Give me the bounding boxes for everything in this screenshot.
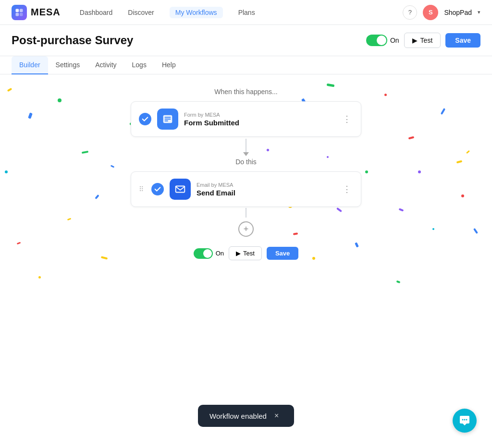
nav-plans[interactable]: Plans (238, 7, 255, 18)
play-icon: ▶ (412, 36, 418, 44)
toast-notification: Workflow enabled × (198, 405, 294, 411)
inline-toggle[interactable]: On (194, 248, 224, 259)
user-avatar: S (423, 5, 438, 20)
tab-settings[interactable]: Settings (48, 56, 88, 74)
nav-discover[interactable]: Discover (128, 7, 154, 18)
drag-handle[interactable]: ⠿ (139, 185, 144, 193)
svg-rect-3 (20, 12, 23, 16)
connector-line (246, 139, 246, 152)
logo-area: MESA (12, 5, 61, 20)
trigger-label: When this happens... (214, 88, 278, 96)
svg-rect-1 (20, 9, 23, 12)
svg-rect-2 (16, 12, 19, 16)
trigger-menu-button[interactable]: ⋮ (341, 112, 353, 126)
inline-test-label: Test (243, 250, 255, 257)
connector-arrow (243, 152, 249, 156)
tabs-bar: Builder Settings Activity Logs Help (0, 56, 492, 74)
tab-help[interactable]: Help (154, 56, 184, 74)
brand-name: MESA (31, 7, 61, 18)
svg-rect-8 (176, 186, 185, 193)
trigger-check-icon (139, 113, 151, 125)
action-app-icon (170, 179, 191, 200)
title-actions: On ▶ Test Save (366, 33, 480, 48)
trigger-app-name: Form by MESA (184, 112, 335, 118)
trigger-app-icon (157, 109, 178, 130)
help-button[interactable]: ? (403, 5, 417, 20)
trigger-action-name: Form Submitted (184, 119, 335, 127)
action-info: Email by MESA Send Email (197, 182, 335, 197)
trigger-card[interactable]: Form by MESA Form Submitted ⋮ (131, 101, 361, 137)
user-name[interactable]: ShopPad (444, 9, 472, 16)
workflow-connector (243, 139, 249, 156)
workflow-canvas: When this happens... Form by MESA Form S… (0, 74, 492, 411)
toggle-thumb (377, 36, 386, 45)
header-right: ? S ShopPad ▾ (403, 5, 480, 20)
nav-my-workflows[interactable]: My Workflows (170, 7, 223, 18)
action-app-name: Email by MESA (197, 182, 335, 188)
user-dropdown-icon[interactable]: ▾ (478, 9, 480, 15)
action-action-name: Send Email (197, 189, 335, 197)
inline-toolbar: On ▶ Test Save (194, 246, 299, 260)
action-check-icon (151, 183, 164, 195)
inline-play-icon: ▶ (236, 250, 241, 257)
add-step-button[interactable]: + (238, 221, 254, 237)
test-label: Test (420, 36, 433, 44)
title-bar: Post-purchase Survey On ▶ Test Save (0, 25, 492, 56)
header: MESA Dashboard Discover My Workflows Pla… (0, 0, 492, 25)
tab-activity[interactable]: Activity (87, 56, 124, 74)
action-card[interactable]: ⠿ Email by MESA Send Email ⋮ (131, 171, 361, 207)
add-connector-line (246, 208, 246, 218)
svg-rect-0 (16, 9, 19, 12)
test-button[interactable]: ▶ Test (404, 33, 441, 48)
inline-toggle-thumb (203, 249, 212, 258)
save-button[interactable]: Save (445, 33, 480, 48)
tab-logs[interactable]: Logs (124, 56, 154, 74)
inline-test-button[interactable]: ▶ Test (229, 246, 262, 260)
trigger-info: Form by MESA Form Submitted (184, 112, 335, 127)
inline-save-button[interactable]: Save (267, 247, 298, 260)
main-nav: Dashboard Discover My Workflows Plans (80, 7, 403, 18)
workflow-steps: When this happens... Form by MESA Form S… (0, 74, 492, 260)
action-menu-button[interactable]: ⋮ (341, 182, 353, 196)
logo-icon (12, 5, 27, 20)
workflow-toggle[interactable]: On (366, 35, 399, 46)
inline-toggle-label: On (216, 250, 224, 257)
action-label: Do this (235, 158, 257, 166)
page-title: Post-purchase Survey (12, 34, 366, 47)
tab-builder[interactable]: Builder (12, 56, 48, 74)
toggle-track (366, 35, 387, 46)
nav-dashboard[interactable]: Dashboard (80, 7, 113, 18)
inline-toggle-track (194, 248, 213, 259)
toggle-label: On (390, 36, 399, 44)
